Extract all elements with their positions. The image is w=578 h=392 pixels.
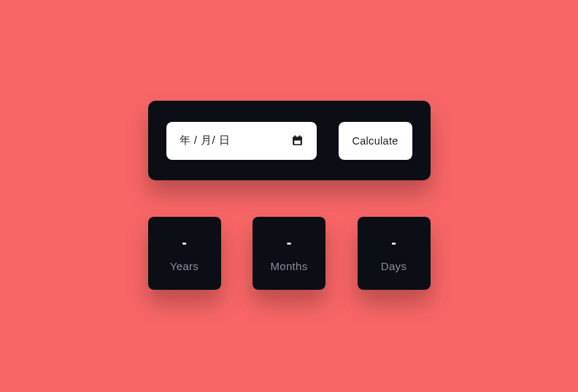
years-value: -: [182, 235, 187, 250]
calculate-button-label: Calculate: [352, 135, 398, 147]
months-box: - Months: [253, 217, 325, 290]
years-box: - Years: [148, 217, 221, 290]
days-box: - Days: [358, 217, 431, 290]
svg-rect-3: [298, 135, 300, 138]
svg-rect-4: [294, 141, 301, 145]
svg-rect-2: [294, 135, 296, 138]
date-input[interactable]: 年 / 月/ 日: [166, 122, 317, 160]
years-label: Years: [170, 260, 199, 272]
days-label: Days: [381, 260, 406, 272]
months-value: -: [287, 235, 292, 250]
svg-rect-1: [293, 137, 302, 140]
results-row: - Years - Months - Days: [148, 217, 431, 290]
calculate-button[interactable]: Calculate: [339, 122, 412, 160]
input-card: 年 / 月/ 日 Calculate: [148, 101, 431, 180]
calendar-icon[interactable]: [291, 134, 304, 147]
days-value: -: [391, 235, 396, 250]
months-label: Months: [271, 260, 308, 272]
date-placeholder: 年 / 月/ 日: [180, 134, 231, 147]
